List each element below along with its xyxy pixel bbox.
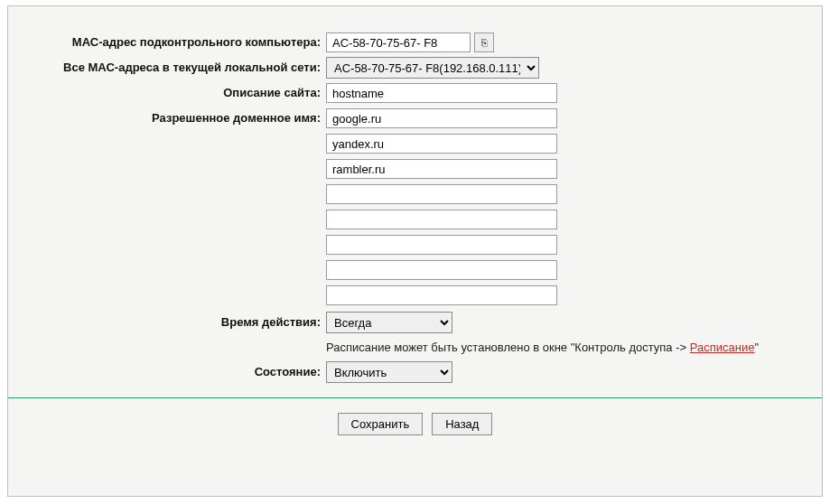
domain-input-5[interactable]: [326, 235, 557, 255]
label-site-desc: Описание сайта:: [8, 86, 326, 100]
mac-list-select[interactable]: AC-58-70-75-67- F8(192.168.0.111): [326, 57, 539, 79]
schedule-note-prefix: Расписание может быть установлено в окне…: [326, 341, 690, 354]
domain-input-2[interactable]: [326, 159, 557, 179]
label-state: Состояние:: [8, 365, 326, 379]
back-button[interactable]: Назад: [432, 413, 492, 435]
schedule-link[interactable]: Расписание: [690, 341, 755, 354]
domain-input-6[interactable]: [326, 260, 557, 280]
label-mac-controlled: МАС-адрес подконтрольного компьютера:: [8, 35, 326, 50]
state-select[interactable]: Включить: [326, 361, 452, 383]
schedule-note: Расписание может быть установлено в окне…: [326, 341, 822, 354]
save-button[interactable]: Сохранить: [338, 413, 424, 435]
copy-mac-icon[interactable]: ⎘: [474, 33, 494, 52]
mac-controlled-input[interactable]: [326, 33, 471, 52]
label-mac-list: Все МАС-адреса в текущей локальной сети:: [8, 61, 326, 75]
label-time: Время действия:: [8, 315, 326, 330]
divider: [8, 397, 822, 398]
domain-input-1[interactable]: [326, 134, 557, 154]
domain-input-0[interactable]: [326, 108, 557, 128]
schedule-note-suffix: ": [754, 341, 759, 354]
domain-input-3[interactable]: [326, 184, 557, 204]
domain-input-7[interactable]: [326, 285, 557, 305]
domain-input-4[interactable]: [326, 210, 557, 229]
settings-form-panel: МАС-адрес подконтрольного компьютера: ⎘ …: [7, 5, 823, 497]
time-select[interactable]: Всегда: [326, 312, 452, 333]
label-allowed-domain: Разрешенное доменное имя:: [8, 111, 326, 126]
site-desc-input[interactable]: [326, 83, 557, 103]
